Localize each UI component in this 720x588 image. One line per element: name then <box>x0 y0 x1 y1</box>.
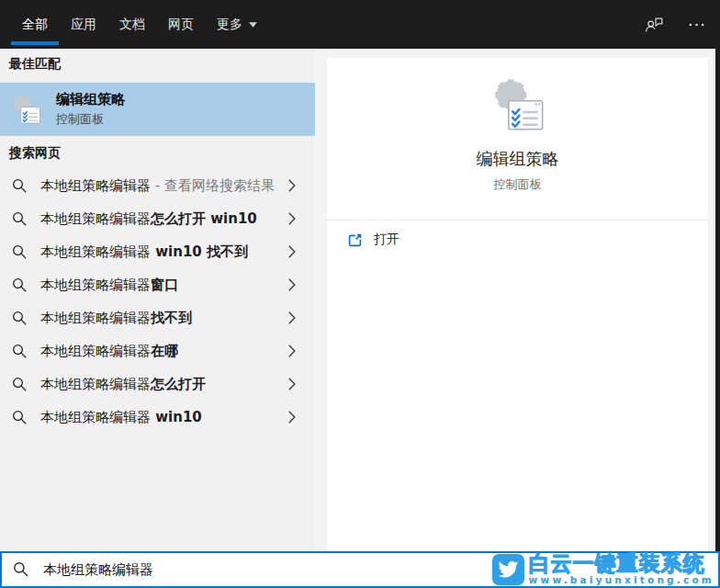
suggestion-suffix: 找不到 <box>151 310 192 326</box>
suggestion-text: 本地组策略编辑器在哪 <box>40 343 288 360</box>
search-icon <box>12 178 28 194</box>
suggestion-suffix: 怎么打开 <box>151 376 206 392</box>
options-button[interactable] <box>688 22 705 28</box>
search-icon <box>12 377 28 392</box>
suggestion-suffix: 窗口 <box>151 277 178 293</box>
chevron-right-icon <box>288 345 296 357</box>
suggestion-query: 本地组策略编辑器 <box>40 277 151 293</box>
web-suggestion-row[interactable]: 本地组策略编辑器 win10 找不到 <box>0 235 315 268</box>
search-icon <box>12 344 28 359</box>
watermark-logo <box>492 554 524 585</box>
suggestion-suffix: - 查看网络搜索结果 <box>151 177 275 194</box>
windows-search-flyout: 全部 应用 文档 网页 更多 编辑组策略 控制面板 <box>0 0 720 588</box>
best-match-text: 编辑组策略 控制面板 <box>56 91 125 128</box>
suggestion-suffix: 在哪 <box>151 343 178 359</box>
results-pane: 最佳匹配 编辑组策略 控制面板 搜索网页 本地组策略编辑器 - 查看网络搜索结果… <box>0 49 315 551</box>
web-suggestion-row[interactable]: 本地组策略编辑器找不到 <box>0 301 315 334</box>
watermark-title: 白云一键重装系统 <box>529 554 714 573</box>
tab-documents-label: 文档 <box>119 17 145 33</box>
best-match-subtitle: 控制面板 <box>56 111 125 128</box>
search-icon <box>12 410 28 425</box>
suggestion-suffix: win10 <box>151 409 202 425</box>
preview-pane: 编辑组策略 控制面板 打开 <box>315 49 720 551</box>
search-icon <box>13 561 29 578</box>
suggestion-query: 本地组策略编辑器 <box>40 376 151 392</box>
watermark-text: 白云一键重装系统 www.baiyunxitong.com <box>529 554 714 585</box>
search-icon <box>12 277 28 293</box>
chevron-right-icon <box>288 411 296 424</box>
preview-subtitle: 控制面板 <box>327 176 708 193</box>
suggestion-suffix: 怎么打开 win10 <box>151 210 257 227</box>
preview-card: 编辑组策略 控制面板 打开 <box>327 58 708 551</box>
suggestion-text: 本地组策略编辑器 win10 找不到 <box>40 243 288 261</box>
suggestion-text: 本地组策略编辑器 win10 <box>40 409 288 426</box>
web-suggestion-row[interactable]: 本地组策略编辑器怎么打开 <box>0 368 315 401</box>
search-icon <box>12 244 28 260</box>
account-feedback-button[interactable] <box>645 16 664 33</box>
tab-web-label: 网页 <box>168 17 194 33</box>
web-suggestion-row[interactable]: 本地组策略编辑器怎么打开 win10 <box>0 202 315 235</box>
suggestion-query: 本地组策略编辑器 <box>40 409 151 425</box>
suggestion-query: 本地组策略编辑器 <box>40 243 151 260</box>
suggestion-text: 本地组策略编辑器窗口 <box>40 277 288 294</box>
filter-tabs: 全部 应用 文档 网页 更多 <box>22 0 720 49</box>
ellipsis-icon <box>688 22 705 28</box>
chevron-right-icon <box>288 245 296 258</box>
web-suggestions: 本地组策略编辑器 - 查看网络搜索结果 本地组策略编辑器怎么打开 win10 本… <box>0 169 315 434</box>
chevron-right-icon <box>288 311 296 324</box>
tab-web[interactable]: 网页 <box>168 0 194 49</box>
web-suggestion-row[interactable]: 本地组策略编辑器窗口 <box>0 268 315 301</box>
chevron-right-icon <box>288 212 296 225</box>
tab-all-label: 全部 <box>22 17 48 33</box>
tab-apps-label: 应用 <box>71 17 96 33</box>
best-match-header: 最佳匹配 <box>0 49 315 73</box>
tab-all[interactable]: 全部 <box>22 0 48 49</box>
web-search-header: 搜索网页 <box>0 145 315 162</box>
group-policy-icon <box>10 94 42 126</box>
best-match-title: 编辑组策略 <box>56 91 125 108</box>
chevron-right-icon <box>288 179 296 192</box>
open-action[interactable]: 打开 <box>347 232 399 248</box>
suggestion-query: 本地组策略编辑器 <box>40 310 151 326</box>
suggestion-text: 本地组策略编辑器怎么打开 win10 <box>40 210 288 228</box>
caret-down-icon <box>249 22 257 28</box>
suggestion-suffix: win10 找不到 <box>151 243 248 260</box>
topbar-actions <box>645 0 705 49</box>
tab-more-label: 更多 <box>217 17 242 33</box>
suggestion-text: 本地组策略编辑器 - 查看网络搜索结果 <box>40 177 288 195</box>
open-in-window-icon <box>347 232 363 248</box>
suggestion-text: 本地组策略编辑器怎么打开 <box>40 376 288 393</box>
watermark-url: www.baiyunxitong.com <box>529 574 714 585</box>
watermark: 白云一键重装系统 www.baiyunxitong.com <box>490 553 718 586</box>
preview-title: 编辑组策略 <box>327 148 708 170</box>
web-suggestion-row[interactable]: 本地组策略编辑器 - 查看网络搜索结果 <box>0 169 315 202</box>
search-filter-bar: 全部 应用 文档 网页 更多 <box>0 0 720 49</box>
web-suggestion-row[interactable]: 本地组策略编辑器在哪 <box>0 334 315 368</box>
chevron-right-icon <box>288 278 296 291</box>
tab-apps[interactable]: 应用 <box>71 0 96 49</box>
search-icon <box>12 311 28 326</box>
web-suggestion-row[interactable]: 本地组策略编辑器 win10 <box>0 401 315 434</box>
group-policy-icon <box>489 77 546 134</box>
person-chat-icon <box>645 16 664 33</box>
chevron-right-icon <box>288 378 296 390</box>
search-icon <box>12 211 28 227</box>
window-right-border <box>715 49 720 551</box>
open-action-label: 打开 <box>374 232 399 248</box>
suggestion-query: 本地组策略编辑器 <box>40 177 151 194</box>
best-match-result[interactable]: 编辑组策略 控制面板 <box>0 83 315 136</box>
suggestion-query: 本地组策略编辑器 <box>40 210 151 227</box>
tab-more[interactable]: 更多 <box>217 0 257 49</box>
suggestion-text: 本地组策略编辑器找不到 <box>40 310 288 327</box>
tab-documents[interactable]: 文档 <box>119 0 145 49</box>
suggestion-query: 本地组策略编辑器 <box>40 343 151 359</box>
divider <box>327 220 708 220</box>
bird-icon <box>497 559 519 581</box>
